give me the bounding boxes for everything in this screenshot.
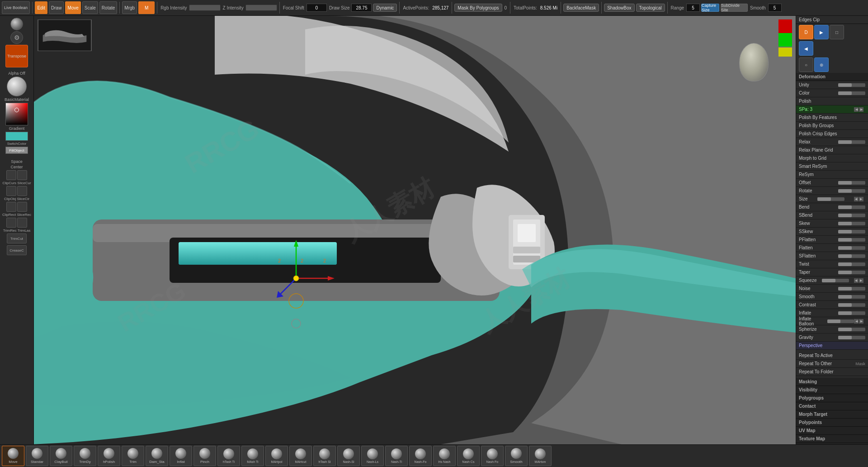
- transpose-btn[interactable]: Transpose: [5, 45, 28, 67]
- tool-mahsm[interactable]: MAHsm: [529, 446, 552, 466]
- morph-grid-row[interactable]: Morph to Grid: [796, 154, 868, 162]
- rgb-intensity-slider[interactable]: [189, 5, 221, 11]
- repeat-folder-row[interactable]: Repeat To Folder: [796, 368, 868, 376]
- clip-btn-2[interactable]: [17, 170, 27, 180]
- unity-slider[interactable]: [838, 83, 865, 87]
- color-slider[interactable]: [838, 91, 865, 95]
- tool-nash2[interactable]: Nash-Ls: [361, 446, 384, 466]
- polish-crisp-row[interactable]: Polish Crisp Edges: [796, 130, 868, 138]
- contrast-slider[interactable]: [838, 303, 865, 307]
- rp-blue-icon-1[interactable]: ▶: [814, 25, 829, 39]
- bend-row[interactable]: Bend: [796, 203, 868, 211]
- squeeze-slider[interactable]: [822, 279, 849, 282]
- twist-row[interactable]: Twist: [796, 260, 868, 268]
- rp-sml-icon-2[interactable]: ○: [799, 57, 813, 72]
- clip-obj-btn-1[interactable]: [6, 186, 16, 196]
- sskew-row[interactable]: SSkew: [796, 228, 868, 236]
- tool-mahcut[interactable]: MAHcut: [289, 446, 312, 466]
- skew-row[interactable]: Skew: [796, 219, 868, 228]
- contrast-row[interactable]: Contrast: [796, 301, 868, 309]
- spherize-row[interactable]: Spherize: [796, 325, 868, 334]
- clip-rect-btn-1[interactable]: [6, 202, 16, 212]
- repeat-active-row[interactable]: Repeat To Active: [796, 352, 868, 360]
- sflatten-slider[interactable]: [838, 254, 865, 258]
- size-arrow-right[interactable]: ▶: [859, 197, 863, 201]
- tool-mahpol[interactable]: MAHpol: [265, 446, 288, 466]
- flatten-slider[interactable]: [838, 246, 865, 250]
- brush-preview-icon[interactable]: [10, 18, 23, 30]
- rp-deformation-icon[interactable]: D: [799, 25, 813, 39]
- trim-cut-btn[interactable]: TrimCut: [7, 234, 27, 243]
- relax-plane-row[interactable]: Relax Plane Grid: [796, 146, 868, 154]
- pflatten-row[interactable]: PFlatten: [796, 236, 868, 244]
- tool-pinch[interactable]: Pinch: [193, 446, 216, 466]
- tool-nash4[interactable]: Nash-Fo: [409, 446, 432, 466]
- twist-slider[interactable]: [838, 262, 865, 266]
- smooth-slider[interactable]: [838, 295, 865, 299]
- inflate-balloon-slider[interactable]: [827, 319, 854, 323]
- squeeze-arrow-left[interactable]: ◀: [854, 278, 859, 283]
- scale-btn[interactable]: Scale: [82, 1, 98, 14]
- inflate-arrow-left[interactable]: ◀: [854, 319, 859, 324]
- sbend-row[interactable]: SBend: [796, 211, 868, 219]
- tool-damstandard[interactable]: Dam_Sta: [146, 446, 168, 466]
- size-row[interactable]: Size ◀ ▶: [796, 195, 868, 203]
- squeeze-row[interactable]: Squeeze ◀ ▶: [796, 276, 868, 285]
- draw-btn[interactable]: Draw: [49, 1, 64, 14]
- spa-arrow-right[interactable]: ▶: [859, 107, 863, 112]
- tool-nash3[interactable]: Nash-Ti: [385, 446, 408, 466]
- tool-trim[interactable]: Trim: [122, 446, 144, 466]
- viewport[interactable]: 2 2 2 RRCG 人人素材 RRCG 人人素材: [34, 16, 796, 444]
- texture-map-header[interactable]: Texture Map: [796, 435, 868, 443]
- material-ball[interactable]: [7, 76, 27, 96]
- masking-header[interactable]: Masking: [796, 378, 868, 386]
- clip-rect-btn-2[interactable]: [17, 202, 27, 212]
- offset-slider[interactable]: [838, 181, 865, 185]
- mrgb-active-btn[interactable]: M: [138, 1, 155, 14]
- taper-slider[interactable]: [838, 271, 865, 274]
- move-btn[interactable]: Move: [65, 1, 80, 14]
- color-swatch-teal[interactable]: [5, 132, 28, 141]
- rp-sml-icon-3[interactable]: ⊕: [814, 57, 829, 72]
- visibility-header[interactable]: Visibility: [796, 386, 868, 394]
- dynamic-pill[interactable]: Dynamic: [373, 4, 397, 12]
- polish-row[interactable]: Polish: [796, 97, 868, 105]
- rotate-row[interactable]: Rotate: [796, 187, 868, 195]
- polypoints-header[interactable]: Polypoints: [796, 419, 868, 427]
- deformation-header[interactable]: Deformation: [796, 73, 868, 81]
- backface-mask-pill[interactable]: BackfaceMask: [563, 4, 599, 12]
- tool-claybuild[interactable]: ClayBuil: [50, 446, 72, 466]
- crease-btn[interactable]: CreaseC: [7, 245, 27, 255]
- noise-slider[interactable]: [838, 287, 865, 291]
- polish-groups-row[interactable]: Polish By Groups: [796, 122, 868, 130]
- tool-slash3[interactable]: hTash Sl: [313, 446, 336, 466]
- rp-sml-icon-1[interactable]: □: [830, 25, 844, 39]
- inflate-slider[interactable]: [838, 311, 865, 315]
- trim-btn-1[interactable]: [6, 218, 16, 228]
- clip-obj-btn-2[interactable]: [17, 186, 27, 196]
- topological-pill[interactable]: Topological: [636, 4, 665, 12]
- color-row[interactable]: Color: [796, 89, 868, 97]
- polygroups-header[interactable]: Polygroups: [796, 394, 868, 402]
- spa-arrow-left[interactable]: ◀: [854, 107, 859, 112]
- tool-inflate[interactable]: Inflat: [170, 446, 192, 466]
- tool-nash7[interactable]: Nash Fo: [481, 446, 504, 466]
- rotate-slider[interactable]: [838, 189, 865, 193]
- shadow-box-pill[interactable]: ShadowBox: [604, 4, 634, 12]
- range-input[interactable]: [686, 4, 700, 12]
- tool-slash1[interactable]: hTash Ti: [217, 446, 240, 466]
- taper-row[interactable]: Taper: [796, 268, 868, 276]
- tool-nash5[interactable]: Hs Nash: [433, 446, 456, 466]
- relax-row[interactable]: Relax: [796, 138, 868, 146]
- rotate-btn[interactable]: Rotate: [99, 1, 117, 14]
- mrgb-btn[interactable]: Mrgb: [122, 1, 137, 14]
- tool-trimdynamic[interactable]: TrimDy: [74, 446, 96, 466]
- color-picker[interactable]: [5, 103, 28, 125]
- tool-nash1[interactable]: Nash-Sl: [337, 446, 360, 466]
- perspective-row[interactable]: Perspective: [796, 342, 868, 350]
- unity-row[interactable]: Unity: [796, 81, 868, 89]
- squeeze-arrow-right[interactable]: ▶: [859, 278, 863, 283]
- clip-btn-1[interactable]: [6, 170, 16, 180]
- edit-btn[interactable]: Edit: [35, 1, 47, 14]
- offset-row[interactable]: Offset: [796, 179, 868, 187]
